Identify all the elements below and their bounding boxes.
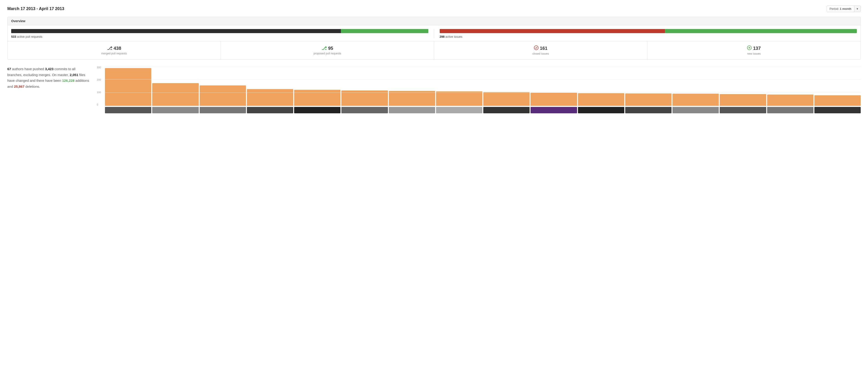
stat-merged-label: merged pull requests bbox=[11, 52, 217, 55]
new-issue-icon bbox=[747, 46, 752, 51]
avatar-5 bbox=[341, 107, 388, 113]
stat-merged-pr: ⎇ 438 merged pull requests bbox=[7, 41, 221, 59]
avatar-3 bbox=[247, 107, 293, 113]
pr-bar-label: 533 active pull requests bbox=[11, 35, 429, 38]
bars-divider bbox=[434, 29, 434, 38]
chart-area bbox=[105, 66, 861, 106]
avatar-6 bbox=[389, 107, 435, 113]
avatar-11 bbox=[625, 107, 672, 113]
avatar-13 bbox=[720, 107, 766, 113]
overview-bars: 533 active pull requests 298 active issu… bbox=[7, 25, 861, 41]
avatar-15 bbox=[814, 107, 861, 113]
avatar-0 bbox=[105, 107, 151, 113]
merge-icon: ⎇ bbox=[107, 46, 112, 51]
avatar-7 bbox=[436, 107, 483, 113]
y-label-0: 0 bbox=[97, 103, 101, 106]
y-label-100: 100 bbox=[97, 91, 101, 94]
y-label-200: 200 bbox=[97, 78, 101, 81]
overview-box: Overview 533 active pull requests 298 ac… bbox=[7, 17, 861, 60]
gridline-mid1 bbox=[105, 79, 861, 80]
pull-requests-bar-track bbox=[11, 29, 429, 33]
stat-merged-value: ⎇ 438 bbox=[11, 46, 217, 51]
period-dropdown-button[interactable]: ▾ bbox=[854, 6, 861, 12]
avatar-1 bbox=[152, 107, 198, 113]
avatars-row bbox=[105, 107, 861, 113]
avatar-2 bbox=[200, 107, 246, 113]
commit-summary: 67 authors have pushed 3,423 commits to … bbox=[7, 66, 89, 89]
stat-new-value: 137 bbox=[651, 46, 857, 51]
pr-dark-segment bbox=[11, 29, 341, 33]
stat-closed-issues: 161 closed issues bbox=[434, 41, 648, 59]
issues-bar-label: 298 active issues bbox=[440, 35, 857, 38]
closed-icon bbox=[534, 46, 538, 51]
avatar-9 bbox=[530, 107, 577, 113]
y-axis: 300 200 100 0 bbox=[97, 66, 101, 106]
avatar-10 bbox=[578, 107, 624, 113]
stat-closed-value: 161 bbox=[438, 46, 644, 51]
pull-requests-bar-section: 533 active pull requests bbox=[11, 29, 429, 38]
y-label-300: 300 bbox=[97, 66, 101, 69]
svg-point-0 bbox=[534, 46, 538, 50]
avatar-8 bbox=[483, 107, 530, 113]
pr-green-segment bbox=[341, 29, 429, 33]
issues-bar-section: 298 active issues bbox=[440, 29, 857, 38]
avatar-4 bbox=[294, 107, 340, 113]
propose-icon: ⎇ bbox=[321, 46, 327, 51]
stat-proposed-value: ⎇ 95 bbox=[224, 46, 430, 51]
issues-green-segment bbox=[665, 29, 857, 33]
chart-container: 300 200 100 0 bbox=[97, 66, 861, 113]
gridlines bbox=[105, 66, 861, 106]
header-row: March 17 2013 - April 17 2013 Period: 1 … bbox=[7, 5, 861, 12]
stat-proposed-label: proposed pull requests bbox=[224, 52, 430, 55]
chart-section: 300 200 100 0 bbox=[97, 66, 861, 113]
avatar-14 bbox=[767, 107, 813, 113]
issues-red-segment bbox=[440, 29, 665, 33]
avatar-12 bbox=[673, 107, 719, 113]
bottom-section: 67 authors have pushed 3,423 commits to … bbox=[7, 66, 861, 113]
overview-title: Overview bbox=[7, 17, 861, 25]
stat-proposed-pr: ⎇ 95 proposed pull requests bbox=[221, 41, 434, 59]
issues-bar-track bbox=[440, 29, 857, 33]
gridline-mid2 bbox=[105, 92, 861, 93]
date-range: March 17 2013 - April 17 2013 bbox=[7, 6, 64, 11]
period-selector[interactable]: Period: 1 month ▾ bbox=[827, 5, 861, 12]
stat-closed-label: closed issues bbox=[438, 52, 644, 55]
overview-stats: ⎇ 438 merged pull requests ⎇ 95 proposed… bbox=[7, 41, 861, 59]
stat-new-label: new issues bbox=[651, 52, 857, 55]
stat-new-issues: 137 new issues bbox=[647, 41, 861, 59]
period-label: Period: 1 month bbox=[827, 6, 854, 12]
